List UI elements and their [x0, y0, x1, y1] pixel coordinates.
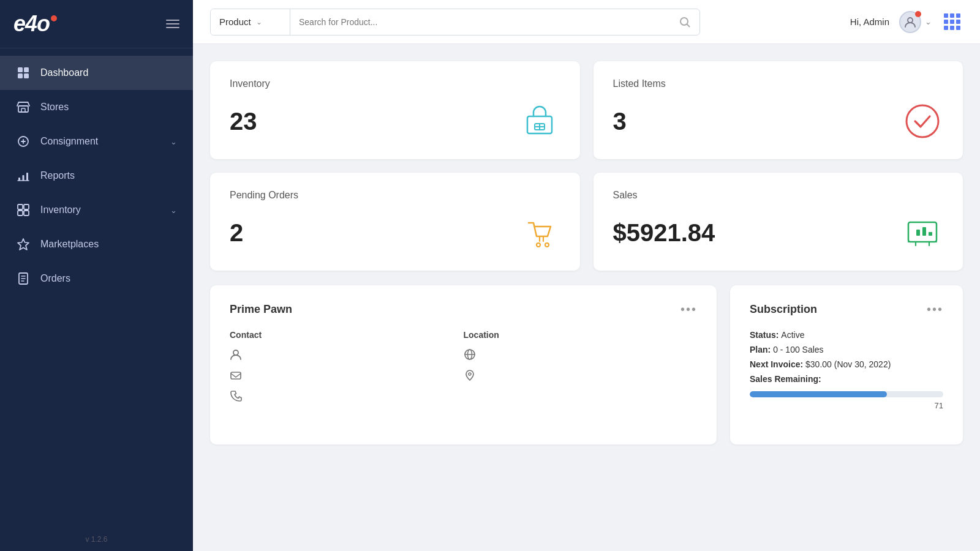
location-pin-row — [464, 369, 698, 381]
prime-pawn-title: Prime Pawn — [230, 303, 292, 316]
sidebar-item-consignment[interactable]: Consignment ⌄ — [0, 124, 193, 159]
pending-orders-card-title: Pending Orders — [230, 190, 560, 201]
svg-rect-4 — [18, 106, 28, 112]
inventory-card-value: 23 — [230, 108, 257, 135]
sales-card-title: Sales — [613, 190, 944, 201]
logo: e4o — [13, 11, 57, 37]
stat-cards-row: Inventory 23 Listed — [210, 61, 963, 271]
topbar-right: Hi, Admin ⌄ — [850, 11, 963, 33]
phone-icon — [230, 390, 242, 402]
svg-point-26 — [233, 350, 238, 355]
svg-rect-3 — [24, 73, 29, 78]
search-input[interactable] — [290, 9, 670, 35]
contact-phone-row — [230, 390, 464, 402]
pending-orders-card-body: 2 — [230, 212, 560, 253]
svg-marker-14 — [18, 239, 29, 250]
svg-rect-1 — [24, 67, 29, 72]
sidebar-item-marketplaces[interactable]: Marketplaces — [0, 227, 193, 261]
app-grid-button[interactable] — [941, 11, 963, 32]
sidebar-item-label: Inventory — [40, 204, 170, 216]
prime-pawn-card: Prime Pawn ••• Contact — [210, 285, 717, 444]
location-section: Location — [464, 330, 698, 411]
sales-card-value: $5921.84 — [613, 219, 715, 247]
svg-rect-13 — [24, 211, 29, 216]
svg-rect-2 — [18, 73, 23, 78]
search-category-label: Product — [219, 17, 251, 27]
greeting-text: Hi, Admin — [850, 17, 889, 27]
subscription-next-invoice: Next Invoice: $30.00 (Nov 30, 2022) — [750, 359, 943, 369]
sidebar-item-label: Marketplaces — [40, 239, 177, 250]
sidebar-item-label: Dashboard — [40, 67, 177, 78]
hamburger-menu[interactable] — [166, 20, 179, 28]
sidebar-item-inventory[interactable]: Inventory ⌄ — [0, 193, 193, 227]
inventory-icon — [16, 203, 31, 217]
subscription-title: Subscription — [750, 303, 817, 316]
sidebar-header: e4o — [0, 0, 193, 48]
sidebar-item-dashboard[interactable]: Dashboard — [0, 56, 193, 90]
prime-pawn-info-grid: Contact — [230, 330, 697, 411]
subscription-status: Status: Active — [750, 330, 943, 340]
logo-dot — [51, 15, 57, 21]
map-pin-icon — [464, 369, 476, 381]
contact-email-row — [230, 369, 464, 381]
svg-point-19 — [907, 105, 938, 137]
orders-icon — [16, 271, 31, 286]
svg-rect-23 — [916, 230, 920, 236]
sales-remaining-value: 71 — [750, 401, 943, 410]
search-bar[interactable]: Product ⌄ — [210, 9, 700, 36]
search-button[interactable] — [670, 16, 699, 28]
main-area: Product ⌄ Hi, Admin — [193, 0, 980, 551]
sidebar-item-label: Reports — [40, 170, 177, 181]
inventory-card-body: 23 — [230, 100, 560, 142]
subscription-menu-button[interactable]: ••• — [927, 302, 943, 317]
sidebar-item-reports[interactable]: Reports — [0, 159, 193, 193]
svg-point-21 — [545, 243, 549, 247]
sidebar-item-label: Orders — [40, 273, 177, 284]
sidebar-item-stores[interactable]: Stores — [0, 90, 193, 124]
reports-icon — [16, 168, 31, 183]
svg-point-16 — [908, 18, 913, 23]
globe-icon — [464, 348, 476, 361]
listed-items-card-value: 3 — [613, 108, 627, 135]
chevron-down-icon: ⌄ — [925, 17, 932, 26]
svg-rect-25 — [929, 232, 932, 236]
contact-label: Contact — [230, 330, 464, 340]
listed-items-card-icon — [902, 100, 943, 142]
sales-card-body: $5921.84 — [613, 212, 944, 253]
avatar — [899, 11, 921, 33]
version-label: v 1.2.6 — [0, 528, 193, 551]
subscription-header: Subscription ••• — [750, 302, 943, 317]
inventory-stat-card: Inventory 23 — [210, 61, 580, 159]
pending-orders-stat-card: Pending Orders 2 — [210, 173, 580, 271]
sidebar-item-label: Consignment — [40, 136, 170, 147]
prime-pawn-header: Prime Pawn ••• — [230, 302, 697, 317]
svg-rect-9 — [26, 173, 28, 181]
stores-icon — [16, 100, 31, 114]
svg-rect-27 — [231, 372, 241, 379]
svg-rect-11 — [24, 204, 29, 209]
sidebar-item-label: Stores — [40, 102, 177, 113]
location-label: Location — [464, 330, 698, 340]
marketplaces-icon — [16, 237, 31, 252]
notification-badge — [915, 11, 921, 17]
user-avatar[interactable]: ⌄ — [899, 11, 932, 33]
chevron-down-icon: ⌄ — [170, 137, 177, 146]
sales-stat-card: Sales $5921.84 — [594, 173, 963, 271]
svg-rect-0 — [18, 67, 23, 72]
search-category-dropdown[interactable]: Product ⌄ — [211, 9, 290, 35]
location-globe-row — [464, 348, 698, 361]
svg-rect-10 — [18, 204, 23, 209]
sales-card-icon — [902, 212, 943, 253]
svg-rect-12 — [18, 211, 23, 216]
svg-rect-24 — [922, 227, 926, 236]
sidebar-item-orders[interactable]: Orders — [0, 261, 193, 296]
inventory-card-title: Inventory — [230, 78, 560, 89]
listed-items-card-title: Listed Items — [613, 78, 944, 89]
svg-point-30 — [469, 373, 471, 375]
subscription-card: Subscription ••• Status: Active Plan: 0 … — [730, 285, 963, 444]
listed-items-stat-card: Listed Items 3 — [594, 61, 963, 159]
chevron-down-icon: ⌄ — [170, 206, 177, 215]
prime-pawn-menu-button[interactable]: ••• — [680, 302, 697, 317]
inventory-card-icon — [519, 100, 560, 142]
pending-orders-card-icon — [519, 212, 560, 253]
